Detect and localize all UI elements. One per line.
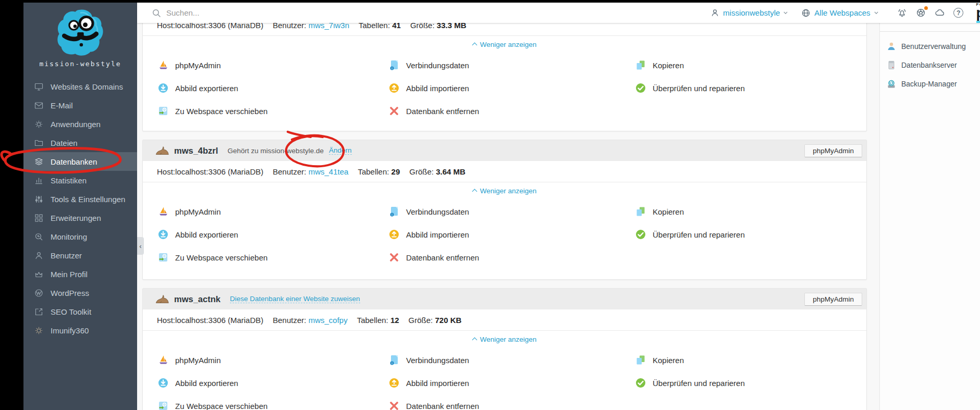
db-change-link[interactable]: Ändern (329, 146, 352, 155)
sidebar-collapse-handle[interactable]: ‹ (137, 237, 144, 255)
sidebar-item-imunify360[interactable]: Imunify360 (23, 321, 137, 340)
sidebar-item-dateien[interactable]: Dateien (23, 133, 137, 152)
sidebar-item-label: Statistiken (51, 176, 87, 185)
sidebar-item-statistiken[interactable]: Statistiken (23, 171, 137, 190)
action-label: Abbild importieren (406, 84, 469, 93)
remove-x-icon (389, 106, 399, 116)
panel-item-label: Backup-Manager (901, 80, 957, 88)
action-remove-database[interactable]: Datenbank entfernen (389, 100, 479, 122)
action-move-webspace[interactable]: Zu Webspace verschieben (158, 394, 267, 410)
sidebar-item-anwendungen[interactable]: Anwendungen (23, 115, 137, 133)
copy-icon (635, 206, 646, 217)
whats-new-button[interactable] (912, 8, 930, 18)
action-phpmyadmin[interactable]: phpMyAdmin (158, 349, 267, 371)
collapse-row: Weniger anzeigen (143, 182, 866, 199)
notifications-button[interactable] (893, 8, 912, 18)
phpmyadmin-button[interactable]: phpMyAdmin (804, 144, 862, 157)
sidebar-item-erweiterungen[interactable]: Erweiterungen (23, 208, 137, 227)
move-webspace-icon (158, 401, 168, 410)
search-input[interactable] (166, 8, 354, 17)
sidebar-menu: Websites & Domains E-Mail Anwendungen Da… (23, 77, 137, 340)
action-label: Abbild exportieren (175, 84, 238, 93)
sidebar-item-label: Datenbanken (51, 157, 97, 166)
show-less-link[interactable]: Weniger anzeigen (473, 336, 537, 343)
action-copy[interactable]: Kopieren (635, 349, 745, 371)
db-tables: Tabellen: 12 (357, 316, 399, 325)
sidebar-item-websites-domains[interactable]: Websites & Domains (23, 77, 137, 96)
sidebar-item-seo-toolkit[interactable]: SEO Toolkit (23, 302, 137, 321)
copy-icon (635, 355, 646, 365)
panel-item-datenbankserver[interactable]: Datenbankserver (880, 56, 980, 74)
action-move-webspace[interactable]: Zu Webspace verschieben (158, 100, 267, 122)
host-value: Host:localhost:3306 (MariaDB) (157, 316, 263, 325)
action-export-dump[interactable]: Abbild exportieren (158, 223, 267, 246)
sidebar-item-label: Websites & Domains (51, 82, 123, 91)
action-import-dump[interactable]: Abbild importieren (389, 223, 479, 246)
action-check-repair[interactable]: Überprüfen und reparieren (635, 77, 745, 100)
sidebar-item-datenbanken[interactable]: Datenbanken (23, 152, 137, 171)
action-move-webspace[interactable]: Zu Webspace verschieben (158, 246, 267, 269)
action-label: Abbild exportieren (175, 230, 238, 239)
action-check-repair[interactable]: Überprüfen und reparieren (635, 223, 745, 246)
chevron-down-icon (874, 11, 878, 14)
sidebar-item-mein-profil[interactable]: Mein Profil (23, 265, 137, 283)
action-phpmyadmin[interactable]: phpMyAdmin (158, 54, 267, 77)
user-management-icon (887, 42, 896, 51)
left-black-strip (0, 0, 23, 410)
action-remove-database[interactable]: Datenbank entfernen (389, 246, 479, 269)
sidebar-item-benutzer[interactable]: Benutzer (23, 246, 137, 265)
sidebar-item-monitoring[interactable]: Monitoring (23, 227, 137, 246)
sidebar-item-email[interactable]: E-Mail (23, 96, 137, 115)
db-user-link[interactable]: mws_41tea (309, 167, 349, 176)
db-user-link[interactable]: mws_cofpy (309, 316, 348, 325)
action-import-dump[interactable]: Abbild importieren (389, 77, 479, 100)
globe-icon (801, 8, 811, 18)
action-import-dump[interactable]: Abbild importieren (389, 371, 479, 394)
help-button[interactable]: ? (949, 8, 968, 18)
action-label: Abbild importieren (406, 379, 469, 388)
panel-item-benutzerverwaltung[interactable]: Benutzerverwaltung (880, 37, 980, 56)
action-connection-info[interactable]: Verbindungsdaten (389, 349, 479, 371)
panel-item-label: Datenbankserver (901, 61, 957, 69)
user-menu[interactable]: missionwebstyle (710, 8, 788, 17)
phpmyadmin-sailboat-icon (158, 355, 168, 365)
action-label: Zu Webspace verschieben (175, 107, 267, 116)
check-repair-icon (635, 378, 646, 388)
connection-info-icon (389, 206, 399, 217)
sidebar-item-label: Benutzer (51, 251, 82, 260)
sidebar-item-tools-einstellungen[interactable]: Tools & Einstellungen (23, 190, 137, 208)
action-copy[interactable]: Kopieren (635, 200, 745, 223)
remove-x-icon (389, 252, 399, 263)
search-box[interactable] (152, 8, 371, 18)
sidebar-item-label: WordPress (51, 289, 89, 297)
panel-item-backup-manager[interactable]: Backup-Manager (880, 74, 980, 93)
action-phpmyadmin[interactable]: phpMyAdmin (158, 200, 267, 223)
action-export-dump[interactable]: Abbild exportieren (158, 371, 267, 394)
action-connection-info[interactable]: Verbindungsdaten (389, 200, 479, 223)
action-export-dump[interactable]: Abbild exportieren (158, 77, 267, 100)
webspace-menu[interactable]: Alle Webspaces (801, 8, 878, 18)
action-copy[interactable]: Kopieren (635, 54, 745, 77)
tools-panel: Benutzerverwaltung Datenbankserver Backu… (879, 23, 980, 410)
panel-item-label: Benutzerverwaltung (901, 42, 966, 51)
action-connection-info[interactable]: Verbindungsdaten (389, 54, 479, 77)
show-less-link[interactable]: Weniger anzeigen (473, 41, 537, 48)
phpmyadmin-button[interactable]: phpMyAdmin (804, 293, 862, 306)
help-icon: ? (953, 8, 963, 18)
db-assign-link[interactable]: Diese Datenbank einer Website zuweisen (230, 295, 360, 303)
action-remove-database[interactable]: Datenbank entfernen (389, 394, 479, 410)
brand-logo (23, 3, 137, 58)
action-label: phpMyAdmin (175, 61, 221, 70)
sidebar-item-label: Anwendungen (51, 120, 101, 129)
sidebar-item-label: Mein Profil (51, 270, 88, 279)
sidebar-item-wordpress[interactable]: WordPress (23, 283, 137, 302)
import-upload-icon (389, 378, 399, 388)
action-check-repair[interactable]: Überprüfen und reparieren (635, 371, 745, 394)
copy-icon (635, 60, 646, 70)
show-less-link[interactable]: Weniger anzeigen (473, 187, 537, 195)
db-name: mws_actnk (174, 294, 220, 304)
action-label: Verbindungsdaten (406, 207, 469, 216)
action-label: Zu Webspace verschieben (175, 402, 267, 410)
sidebar-item-label: Erweiterungen (51, 214, 101, 222)
cloud-button[interactable] (930, 8, 949, 18)
